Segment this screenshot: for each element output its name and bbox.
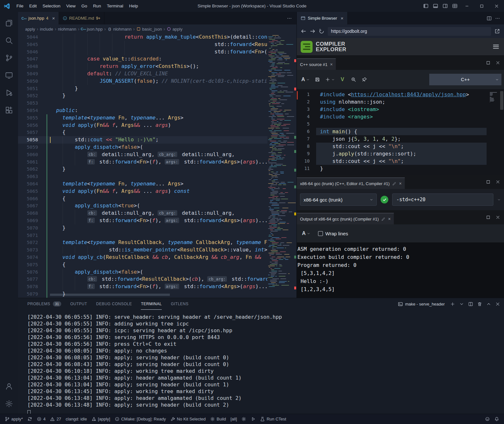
save-button[interactable] xyxy=(312,74,323,85)
maximize-pane-icon[interactable] xyxy=(486,61,490,65)
remote-explorer-icon[interactable] xyxy=(1,67,17,84)
toggle-panel-icon[interactable] xyxy=(431,1,440,11)
options-dropdown-icon[interactable] xyxy=(497,198,501,202)
language-select[interactable]: C++ xyxy=(429,74,501,85)
breadcrumb-item[interactable]: apply xyxy=(25,27,35,32)
close-output-pane-icon[interactable]: × xyxy=(388,216,391,221)
kill-terminal-button[interactable] xyxy=(477,302,482,306)
terminal-output[interactable]: [2022-04-30 06:05:55] INFO: serve_header… xyxy=(18,310,504,416)
breadcrumb-item[interactable]: {}nlohmann xyxy=(107,27,131,32)
compiler-explorer-logo-icon[interactable] xyxy=(301,41,313,53)
split-editor-icon[interactable] xyxy=(487,16,492,21)
menu-help[interactable]: Help xyxy=(126,0,141,12)
extensions-icon[interactable] xyxy=(1,101,17,119)
menu-run[interactable]: Run xyxy=(90,0,104,12)
terminal-dropdown-icon[interactable] xyxy=(459,302,464,306)
close-tab-icon[interactable]: × xyxy=(52,16,55,21)
status-feedback[interactable] xyxy=(483,417,492,421)
menu-file[interactable]: File xyxy=(14,0,26,12)
menu-terminal[interactable]: Terminal xyxy=(104,0,126,12)
status-build[interactable]: Build xyxy=(208,414,228,424)
breadcrumb[interactable]: apply›include›nlohmann›C++json.hpp›{}nlo… xyxy=(18,24,296,33)
panel-tab-output[interactable]: OUTPUT xyxy=(70,298,87,310)
compiler-pane-tab[interactable]: x86-64 gcc (trunk) (C++, Editor #1, Comp… xyxy=(297,177,405,189)
minimize-button[interactable] xyxy=(460,0,474,12)
edit-title-icon[interactable] xyxy=(392,182,396,186)
search-icon[interactable] xyxy=(1,32,17,49)
status-apply[interactable]: [apply] xyxy=(89,414,112,424)
breadcrumb-item[interactable]: C++json.hpp xyxy=(81,27,102,32)
browser-more-actions-icon[interactable] xyxy=(495,16,500,21)
status-27[interactable]: 27 xyxy=(48,414,63,424)
status-all[interactable]: [all] xyxy=(228,414,239,424)
panel-tab-gitlens[interactable]: GITLENS xyxy=(171,298,189,310)
status-play[interactable] xyxy=(248,414,258,424)
status-apply[interactable]: apply* xyxy=(3,414,25,424)
menu-selection[interactable]: Selection xyxy=(40,0,63,12)
compiler-select[interactable]: x86-64 gcc (trunk) xyxy=(300,193,377,206)
pin-button[interactable] xyxy=(359,74,370,85)
customize-layout-icon[interactable] xyxy=(450,1,460,11)
status-clangd-idle[interactable]: clangd: idle xyxy=(63,414,89,424)
menu-edit[interactable]: Edit xyxy=(26,0,40,12)
new-terminal-button[interactable] xyxy=(450,302,455,306)
status-no-kit-selected[interactable]: No Kit Selected xyxy=(168,414,208,424)
close-compiler-pane-icon[interactable]: × xyxy=(399,181,402,186)
close-panel-button[interactable] xyxy=(495,302,500,306)
account-icon[interactable] xyxy=(1,378,17,395)
maximize-pane-icon[interactable] xyxy=(486,215,490,220)
hamburger-menu-icon[interactable] xyxy=(492,43,500,50)
status-run-ctest[interactable]: Run CTest xyxy=(258,414,288,424)
browser-back-icon[interactable] xyxy=(301,28,306,34)
breadcrumb-item[interactable]: include xyxy=(40,27,53,32)
status-4[interactable]: 4 xyxy=(34,414,48,424)
code-editor[interactable]: 5044 return apply_make_tuple<ConstThis>(… xyxy=(18,33,296,298)
source-pane-tab[interactable]: C++ source #1 × xyxy=(297,58,336,70)
split-terminal-button[interactable] xyxy=(468,302,473,306)
open-external-icon[interactable] xyxy=(494,28,500,34)
status-bell[interactable] xyxy=(492,417,501,421)
wrap-lines-checkbox[interactable]: Wrap lines xyxy=(318,231,348,236)
breadcrumb-item[interactable]: basic_json xyxy=(136,27,162,32)
editor-minimap[interactable] xyxy=(267,33,293,298)
maximize-button[interactable] xyxy=(474,0,489,12)
maximize-panel-button[interactable] xyxy=(486,302,491,306)
breadcrumb-item[interactable]: apply xyxy=(167,27,182,32)
toggle-secondary-sidebar-icon[interactable] xyxy=(440,1,450,11)
vim-toggle-button[interactable]: V xyxy=(337,74,348,85)
browser-forward-icon[interactable] xyxy=(310,28,315,34)
close-pane-icon[interactable] xyxy=(496,180,500,184)
toggle-primary-sidebar-icon[interactable] xyxy=(421,1,431,11)
settings-icon[interactable] xyxy=(1,395,17,412)
close-window-button[interactable] xyxy=(489,0,504,12)
run-debug-icon[interactable] xyxy=(1,84,17,101)
panel-tab-debug-console[interactable]: DEBUG CONSOLE xyxy=(96,298,132,310)
panel-tab-problems[interactable]: PROBLEMS31 xyxy=(27,298,61,310)
status-sync[interactable] xyxy=(25,414,34,424)
edit-title-icon[interactable] xyxy=(381,217,385,221)
output-font-size-button[interactable]: A xyxy=(300,228,312,239)
ce-source-editor[interactable]: 1#include <https://localhost:8443/apply/… xyxy=(297,89,504,175)
close-browser-tab-icon[interactable]: × xyxy=(341,15,344,21)
tab-json.hpp[interactable]: C++json.hpp4× xyxy=(18,12,59,24)
editor-more-actions-icon[interactable] xyxy=(287,16,292,21)
panel-tab-terminal[interactable]: TERMINAL xyxy=(141,298,162,310)
explorer-icon[interactable] xyxy=(1,14,17,32)
font-size-button[interactable]: A xyxy=(299,74,312,85)
menu-go[interactable]: Go xyxy=(79,0,90,12)
menu-view[interactable]: View xyxy=(63,0,79,12)
browser-reload-icon[interactable] xyxy=(319,28,325,34)
close-source-pane-icon[interactable]: × xyxy=(330,62,333,67)
close-pane-icon[interactable] xyxy=(496,61,500,65)
breadcrumb-item[interactable]: nlohmann xyxy=(58,27,76,32)
terminal-process-select[interactable]: make - serve_header xyxy=(398,302,445,306)
maximize-pane-icon[interactable] xyxy=(486,180,490,184)
status-cmake-debug-ready[interactable]: CMake: [Debug]: Ready xyxy=(112,414,168,424)
tab-simple-browser[interactable]: Simple Browser × xyxy=(297,12,348,24)
compiler-options-input[interactable]: -std=c++20 xyxy=(392,193,493,206)
ce-scrollbar[interactable] xyxy=(500,91,503,110)
tab-readme.md[interactable]: README.md9+ xyxy=(59,12,104,24)
status-gear[interactable] xyxy=(239,414,248,424)
zoom-button[interactable] xyxy=(348,74,359,85)
output-pane-tab[interactable]: Output of x86-64 gcc (trunk) (Compiler #… xyxy=(297,213,394,224)
